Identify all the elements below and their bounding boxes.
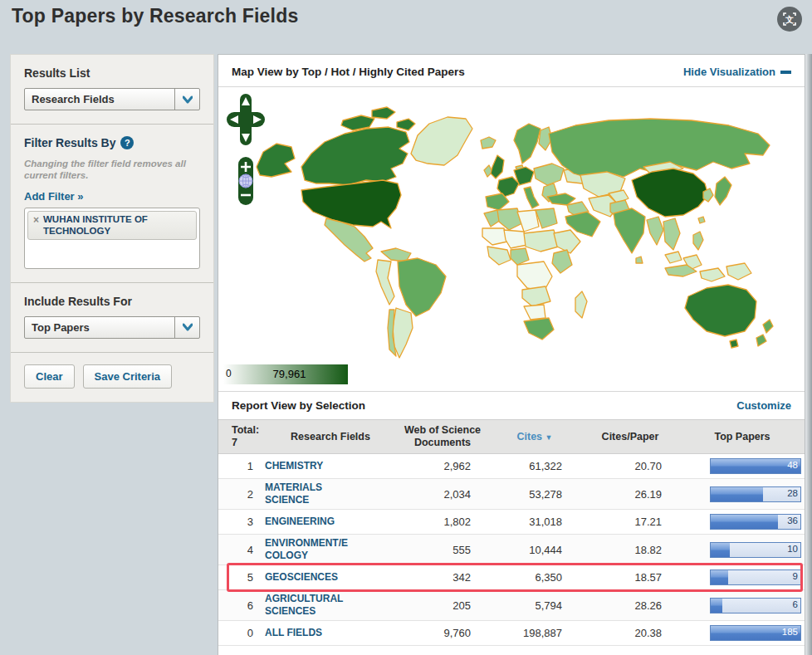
column-header-wos-documents[interactable]: Web of Science Documents xyxy=(396,424,489,449)
row-cites: 198,887 xyxy=(489,627,580,639)
hide-visualization-label: Hide Visualization xyxy=(683,66,775,78)
row-field-link[interactable]: ENGINEERING xyxy=(265,516,396,528)
top-papers-bar-fill xyxy=(711,543,730,557)
active-filters-box: × WUHAN INSTITUTE OF TECHNOLOGY xyxy=(24,208,200,269)
save-criteria-button[interactable]: Save Criteria xyxy=(83,364,173,389)
table-row: 0 ALL FIELDS 9,760 198,887 20.38 185 xyxy=(218,621,805,646)
include-results-dropdown-arrow[interactable] xyxy=(174,317,199,338)
top-papers-bar-value: 28 xyxy=(787,488,798,498)
results-list-dropdown[interactable]: Research Fields xyxy=(24,88,200,110)
include-results-section: Include Results For Top Papers xyxy=(11,282,213,352)
row-cites-per-paper: 28.26 xyxy=(580,599,680,612)
row-field-link[interactable]: CHEMISTRY xyxy=(265,460,396,472)
column-header-total: Total: 7 xyxy=(218,424,265,449)
row-field-link[interactable]: GEOSCIENCES xyxy=(265,571,396,584)
clear-button[interactable]: Clear xyxy=(24,364,75,389)
row-cites-per-paper: 20.70 xyxy=(580,460,680,472)
legend-max-label: 79,961 xyxy=(273,368,306,380)
table-row: 6 AGRICULTURAL SCIENCES 205 5,794 28.26 … xyxy=(218,590,805,621)
row-top-papers-cell: 36 xyxy=(680,514,805,530)
hide-visualization-link[interactable]: Hide Visualization xyxy=(683,66,791,78)
include-results-selected-value: Top Papers xyxy=(25,317,174,338)
map-view-header: Map View by Top / Hot / Highly Cited Pap… xyxy=(218,55,805,87)
row-documents: 9,760 xyxy=(396,627,489,639)
row-field-link[interactable]: AGRICULTURAL SCIENCES xyxy=(265,593,396,618)
row-documents: 2,962 xyxy=(396,460,489,472)
page-title: Top Papers by Research Fields xyxy=(12,5,800,27)
customize-link[interactable]: Customize xyxy=(736,399,791,412)
add-filter-link[interactable]: Add Filter » xyxy=(24,190,84,203)
row-top-papers-cell: 6 xyxy=(680,598,805,613)
translate-icon: 文 xyxy=(781,11,798,27)
report-view-header: Report View by Selection Customize xyxy=(218,392,805,419)
column-header-cites-per-paper[interactable]: Cites/Paper xyxy=(580,431,680,443)
row-rank: 1 xyxy=(218,460,265,472)
top-papers-bar-value: 10 xyxy=(787,544,798,554)
map-legend-gradient: 0 79,961 xyxy=(223,364,348,384)
column-header-cites-sorted[interactable]: Cites ▼ xyxy=(489,431,580,443)
row-field-link[interactable]: ALL FIELDS xyxy=(265,627,396,639)
table-row: 2 MATERIALS SCIENCE 2,034 53,278 26.19 2… xyxy=(218,479,805,510)
report-view-title: Report View by Selection xyxy=(232,399,365,412)
column-header-research-fields[interactable]: Research Fields xyxy=(265,431,396,443)
row-top-papers-cell: 10 xyxy=(680,542,805,558)
row-cites: 10,444 xyxy=(489,544,580,556)
table-row: 1 CHEMISTRY 2,962 61,322 20.70 48 xyxy=(218,454,805,479)
content-area: Results List Research Fields Filter Resu… xyxy=(10,54,805,655)
row-documents: 2,034 xyxy=(396,488,489,501)
top-papers-bar: 6 xyxy=(710,598,801,613)
help-icon[interactable]: ? xyxy=(120,136,134,149)
table-row: 5 GEOSCIENCES 342 6,350 18.57 9 xyxy=(218,565,805,590)
row-cites: 31,018 xyxy=(489,516,580,528)
include-results-dropdown[interactable]: Top Papers xyxy=(24,316,200,339)
cites-header-label: Cites xyxy=(517,431,543,442)
top-papers-bar: 28 xyxy=(710,486,801,502)
row-top-papers-cell: 9 xyxy=(680,569,805,585)
row-rank: 4 xyxy=(218,544,265,556)
map-view-title: Map View by Top / Hot / Highly Cited Pap… xyxy=(232,66,465,78)
filter-chip-label: WUHAN INSTITUTE OF TECHNOLOGY xyxy=(43,214,191,237)
row-cites-per-paper: 18.57 xyxy=(580,571,680,584)
report-table-header: Total: 7 Research Fields Web of Science … xyxy=(218,419,805,454)
total-label: Total: xyxy=(232,424,265,437)
top-papers-bar-value: 185 xyxy=(782,627,798,637)
row-documents: 555 xyxy=(396,544,489,556)
translate-button[interactable]: 文 xyxy=(777,7,802,32)
remove-filter-icon[interactable]: × xyxy=(33,214,39,226)
results-list-dropdown-arrow[interactable] xyxy=(174,89,199,110)
row-cites-per-paper: 17.21 xyxy=(580,516,680,528)
map-pan-control[interactable] xyxy=(227,94,265,145)
top-papers-bar-fill xyxy=(711,599,722,613)
include-results-heading: Include Results For xyxy=(24,295,200,308)
map-zoom-control[interactable] xyxy=(238,157,253,205)
filter-section: Filter Results By ? Changing the filter … xyxy=(11,124,213,282)
row-cites-per-paper: 18.82 xyxy=(580,544,680,556)
top-papers-bar: 185 xyxy=(710,625,801,641)
row-documents: 342 xyxy=(396,571,489,584)
chevron-down-icon xyxy=(183,322,193,332)
svg-text:文: 文 xyxy=(785,15,794,24)
top-papers-bar-fill xyxy=(711,487,763,501)
filter-chip-wuhan-institute[interactable]: × WUHAN INSTITUTE OF TECHNOLOGY xyxy=(27,211,197,241)
table-row: 3 ENGINEERING 1,802 31,018 17.21 36 xyxy=(218,510,805,535)
row-documents: 205 xyxy=(396,599,489,612)
top-papers-bar: 36 xyxy=(710,514,801,530)
chevron-down-icon xyxy=(183,95,193,105)
world-map[interactable] xyxy=(218,87,805,361)
results-list-selected-value: Research Fields xyxy=(25,89,174,110)
top-papers-bar-fill xyxy=(711,515,778,529)
row-top-papers-cell: 48 xyxy=(680,458,805,474)
row-documents: 1,802 xyxy=(396,516,489,528)
vertical-scrollbar[interactable] xyxy=(805,54,812,655)
row-field-link[interactable]: ENVIRONMENT/E COLOGY xyxy=(265,537,396,562)
results-list-heading: Results List xyxy=(24,66,200,80)
collapse-minus-icon xyxy=(780,71,791,74)
total-count: 7 xyxy=(232,437,265,449)
row-cites-per-paper: 20.38 xyxy=(580,627,680,639)
row-rank: 2 xyxy=(218,488,265,501)
top-papers-bar-value: 9 xyxy=(793,571,798,581)
column-header-top-papers[interactable]: Top Papers xyxy=(680,431,805,443)
row-field-link[interactable]: MATERIALS SCIENCE xyxy=(265,481,396,506)
choropleth-map-svg xyxy=(218,87,805,361)
row-top-papers-cell: 28 xyxy=(680,486,805,502)
